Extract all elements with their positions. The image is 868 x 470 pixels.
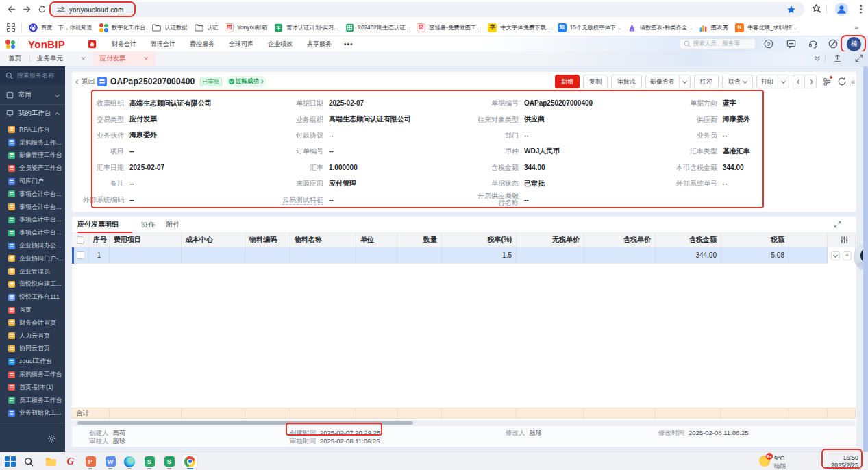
edge-icon[interactable]: [121, 454, 138, 469]
grid-cell[interactable]: [245, 247, 290, 263]
grid-cell[interactable]: [356, 247, 397, 263]
sidebar-search-input[interactable]: 搜索服务名称: [0, 66, 65, 84]
tab-attachments[interactable]: 附件: [166, 220, 180, 230]
nav-item[interactable]: 全球司库: [229, 40, 253, 49]
grid-header-cell[interactable]: 物料编码: [245, 233, 290, 247]
grid-header-cell[interactable]: 无税单价: [517, 233, 584, 247]
back-button[interactable]: 返回: [76, 77, 95, 86]
grid-cell[interactable]: [517, 247, 584, 263]
sidebar-item[interactable]: 首页-副本(1): [0, 381, 65, 394]
add-button[interactable]: 新增: [555, 75, 580, 88]
bookmarks-overflow-chevron[interactable]: »: [854, 23, 858, 32]
tab-collaboration[interactable]: 协作: [141, 220, 155, 230]
bookmark-digital-workspace[interactable]: 数字化工作台: [99, 23, 146, 32]
weather-widget[interactable]: 9+ 9°C 晴朗: [759, 454, 786, 469]
tabs-collapse-icon[interactable]: [814, 55, 821, 62]
taskbar-clock[interactable]: 16:50 2025/2/25: [831, 454, 858, 469]
scrollbar-thumb[interactable]: [77, 421, 413, 425]
browser-reload-button[interactable]: [36, 3, 49, 16]
page-scrollbar[interactable]: [863, 66, 868, 452]
nav-more-icon[interactable]: •••: [344, 40, 354, 48]
apps-grid-icon[interactable]: [7, 23, 16, 32]
sidebar-item[interactable]: 首页: [0, 304, 65, 317]
nav-item[interactable]: 管理会计: [151, 40, 175, 49]
grid-cell[interactable]: [110, 247, 182, 263]
approve-flow-button[interactable]: 审批流: [611, 75, 642, 88]
bookmark-chinese-fonts[interactable]: 字 中文字体免费下载...: [488, 23, 550, 32]
yonbip-logo[interactable]: [5, 39, 16, 49]
refresh-icon[interactable]: [837, 77, 847, 86]
address-bar[interactable]: yonyoucloud.com: [51, 2, 804, 17]
link-query-button[interactable]: 联查: [722, 75, 753, 88]
sidebar-item[interactable]: 蕾悦悦自建工...: [0, 278, 65, 291]
sidebar-item[interactable]: 协同云首页: [0, 343, 65, 356]
sidebar-item[interactable]: 财务会计首页: [0, 317, 65, 330]
sidebar-item[interactable]: 企业管理员: [0, 265, 65, 278]
bookmark-nowcoder[interactable]: N 牛客优聘_求职/招...: [735, 23, 797, 32]
reading-list-icon[interactable]: [811, 3, 821, 14]
horizontal-scrollbar[interactable]: [72, 420, 856, 425]
user-avatar[interactable]: 楠: [847, 37, 861, 51]
sidebar-item[interactable]: 采购服务工作...: [0, 136, 65, 149]
close-tab-icon[interactable]: ✕: [144, 55, 149, 62]
site-settings-icon[interactable]: [57, 5, 65, 14]
grid-header-cell[interactable]: 税率(%): [442, 233, 517, 247]
sidebar-item[interactable]: 事项会计中台...: [0, 188, 65, 201]
grid-header-cell[interactable]: 单位: [356, 233, 397, 247]
sidebar-item[interactable]: 影像管理工作台: [0, 149, 65, 162]
bookmark-jiong-monster[interactable]: 囧 囧怪兽-免费做图工...: [417, 23, 481, 32]
bookmark-dishu-charts[interactable]: 镝数图表-种类齐全...: [628, 23, 692, 32]
grid-header-cell[interactable]: [789, 233, 828, 247]
grid-header-cell[interactable]: 含税单价: [584, 233, 656, 247]
bookmark-free-fonts[interactable]: 知 15个无版权字体下...: [558, 23, 621, 32]
expand-grid-icon[interactable]: [834, 221, 841, 228]
grid-header-cell[interactable]: 数量: [397, 233, 442, 247]
posting-badge[interactable]: 过账成功: [226, 76, 266, 87]
help-icon[interactable]: ?: [764, 39, 773, 49]
wps-ppt-icon[interactable]: P: [82, 454, 99, 469]
select-all-checkbox[interactable]: [77, 236, 84, 244]
grid-cell[interactable]: 1.5: [442, 247, 517, 263]
copy-button[interactable]: 复制: [583, 75, 608, 88]
sidebar-item[interactable]: 全员资产工作台: [0, 162, 65, 175]
grid-cell[interactable]: 5.08: [721, 247, 789, 263]
image-view-button[interactable]: 影像查看: [645, 75, 691, 88]
brand-name[interactable]: YonBIP: [28, 38, 65, 50]
sidebar-item[interactable]: 事项会计中台...: [0, 226, 65, 239]
url-text[interactable]: yonyoucloud.com: [69, 6, 123, 14]
sidebar-item[interactable]: 事项会计中台...: [0, 214, 65, 227]
bookmark-folder-cert[interactable]: 认证: [195, 24, 219, 32]
grid-row[interactable]: 11.5344.005.08: [72, 247, 856, 264]
grid-header-cell[interactable]: 序号: [89, 233, 110, 247]
wps-sheet2-icon[interactable]: S: [161, 454, 177, 469]
row-collapse-button[interactable]: «: [843, 251, 852, 260]
sidebar-item[interactable]: 悦悦工作台111: [0, 290, 65, 304]
sidebar-item[interactable]: 业务初始化工...: [0, 407, 65, 420]
sidebar-group-favorites[interactable]: 常用: [0, 87, 65, 102]
sidebar-item[interactable]: 员工服务工作台: [0, 394, 65, 407]
row-expand-button[interactable]: [831, 251, 840, 260]
sidebar-item[interactable]: 企业协同门户-...: [0, 252, 65, 265]
sidebar-item[interactable]: RPA工作台: [0, 123, 65, 136]
bookmark-talent-cert-plan[interactable]: 蕾才认证计划-实习...: [274, 23, 338, 32]
nav-item[interactable]: 共享服务: [307, 40, 332, 49]
sidebar-group-workbench[interactable]: 我的工作台: [0, 106, 65, 121]
fullscreen-icon[interactable]: [855, 54, 863, 62]
browser-back-button[interactable]: [5, 3, 18, 16]
tab-business-unit[interactable]: 业务单元✕: [30, 51, 93, 66]
next-record-button[interactable]: [804, 75, 817, 88]
row-checkbox[interactable]: [77, 251, 84, 259]
global-search-input[interactable]: 搜索人员、服务等: [680, 38, 756, 49]
sidebar-item[interactable]: 事项会计中台...: [0, 201, 65, 214]
tab-home[interactable]: 首页: [0, 51, 29, 66]
grid-header-cell[interactable]: 成本中心: [182, 233, 245, 247]
browser-profile-avatar[interactable]: [834, 2, 849, 16]
bookmark-eco-cert[interactable]: 202402期生态认证...: [345, 23, 410, 32]
grid-cell[interactable]: [584, 247, 656, 263]
print-button[interactable]: 打印: [756, 75, 789, 88]
bookmark-tubiaoxiu[interactable]: 图表秀: [699, 23, 728, 32]
prev-record-button[interactable]: [793, 75, 805, 88]
collapse-panel-icon[interactable]: «: [851, 77, 855, 86]
collaboration-icon[interactable]: [822, 77, 832, 86]
taskbar-search-icon[interactable]: [21, 454, 37, 469]
